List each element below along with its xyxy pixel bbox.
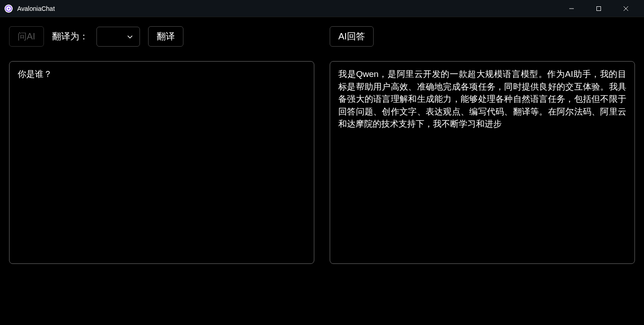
translate-language-dropdown[interactable] <box>96 27 140 47</box>
toolbar-row: 问AI 翻译为： 翻译 AI回答 <box>9 26 635 47</box>
titlebar: AvaloniaChat <box>0 0 644 17</box>
translate-to-label: 翻译为： <box>52 30 88 43</box>
close-button[interactable] <box>612 0 639 17</box>
svg-rect-1 <box>597 6 601 10</box>
maximize-icon <box>596 6 601 11</box>
minimize-icon <box>569 6 574 11</box>
user-input[interactable] <box>18 68 306 257</box>
output-panel: 我是Qwen，是阿里云开发的一款超大规模语言模型。作为AI助手，我的目标是帮助用… <box>330 61 635 264</box>
content-area: 问AI 翻译为： 翻译 AI回答 我是Qwen，是阿里云开发的一款超大规模语言模… <box>0 17 644 325</box>
right-toolbar: AI回答 <box>330 26 635 47</box>
minimize-button[interactable] <box>558 0 585 17</box>
panels-row: 我是Qwen，是阿里云开发的一款超大规模语言模型。作为AI助手，我的目标是帮助用… <box>9 61 635 316</box>
left-toolbar: 问AI 翻译为： 翻译 <box>9 26 314 47</box>
window-controls <box>558 0 639 17</box>
window-title: AvaloniaChat <box>17 5 55 12</box>
close-icon <box>623 6 629 11</box>
chevron-down-icon <box>127 33 133 40</box>
translate-button[interactable]: 翻译 <box>148 26 183 47</box>
ask-ai-button[interactable]: 问AI <box>9 26 44 47</box>
ai-response-text: 我是Qwen，是阿里云开发的一款超大规模语言模型。作为AI助手，我的目标是帮助用… <box>338 68 626 130</box>
app-icon <box>5 5 13 13</box>
input-panel <box>9 61 314 264</box>
ai-answer-button[interactable]: AI回答 <box>330 26 374 47</box>
maximize-button[interactable] <box>585 0 612 17</box>
